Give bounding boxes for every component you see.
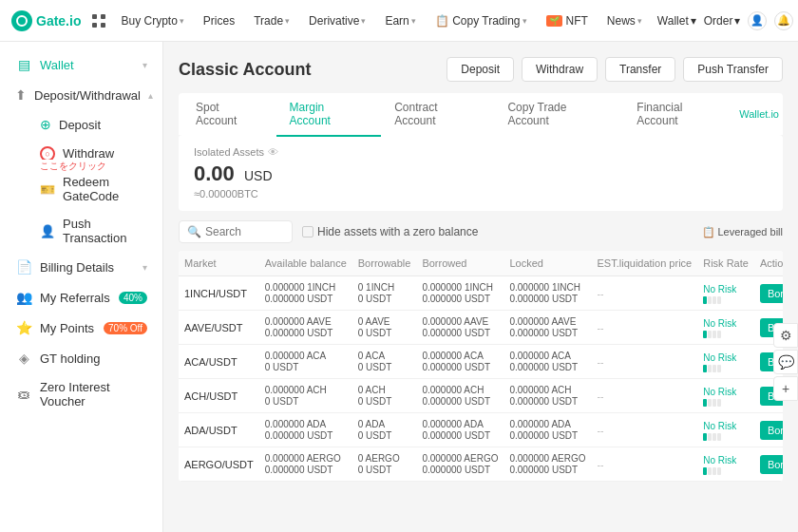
- table-body: 1INCH/USDT 0.000000 1INCH0.000000 USDT 0…: [179, 276, 783, 482]
- borrow-btn-0[interactable]: Borrow: [760, 284, 783, 303]
- page-title: Classic Account: [179, 60, 311, 80]
- click-label: ここをクリック: [40, 160, 106, 173]
- cell-risk-1: No Risk: [697, 311, 754, 345]
- logo[interactable]: Gate.io: [11, 10, 81, 31]
- points-label: My Points: [40, 321, 96, 335]
- push-transfer-button[interactable]: Push Transfer: [683, 57, 783, 82]
- col-est-liq: EST.liquidation price: [592, 251, 698, 276]
- sidebar-item-deposit-withdrawal[interactable]: ⬆ Deposit/Withdrawal ▴: [0, 80, 162, 110]
- side-settings-icon[interactable]: ⚙: [773, 323, 798, 348]
- wallet-io-link[interactable]: Wallet.io: [739, 101, 779, 127]
- main-layout: ▤ Wallet ▾ ⬆ Deposit/Withdrawal ▴ ⊕ Depo…: [0, 42, 798, 532]
- nav-copy-trading[interactable]: 📋 Copy Trading ▾: [428, 10, 535, 31]
- wallet-icon: ▤: [15, 56, 32, 73]
- bell-icon[interactable]: 🔔: [774, 11, 793, 30]
- borrow-btn-5[interactable]: Borrow: [760, 455, 783, 474]
- cell-est-liq-0: --: [592, 276, 698, 311]
- cell-borrowable-3: 0 ACH0 USDT: [352, 379, 417, 413]
- cell-risk-3: No Risk: [697, 379, 754, 413]
- sidebar-item-points[interactable]: ⭐ My Points 70% Off: [0, 313, 162, 343]
- search-input[interactable]: [205, 225, 291, 238]
- sidebar-item-wallet[interactable]: ▤ Wallet ▾: [0, 49, 162, 80]
- deposit-label: Deposit: [59, 118, 101, 132]
- sidebar-item-withdraw[interactable]: ○ Withdraw ここをクリック: [0, 139, 162, 168]
- tab-margin[interactable]: Margin Account: [276, 93, 382, 137]
- side-floating-icons: ⚙ 💬 +: [773, 323, 798, 401]
- nav-trade[interactable]: Trade ▾: [246, 10, 297, 31]
- sidebar-item-billing[interactable]: 📄 Billing Details ▾: [0, 252, 162, 282]
- search-box[interactable]: 🔍: [179, 220, 293, 243]
- borrow-btn-4[interactable]: Borrow: [760, 421, 783, 440]
- tab-contract[interactable]: Contract Account: [381, 93, 494, 137]
- leveraged-bill-btn[interactable]: 📋 Leveraged bill: [702, 226, 784, 238]
- gt-icon: ◈: [15, 350, 32, 367]
- sidebar-item-referrals[interactable]: 👥 My Referrals 40%: [0, 282, 162, 313]
- cell-market-5: AERGO/USDT: [179, 447, 259, 482]
- nav-derivative[interactable]: Derivative ▾: [301, 10, 373, 31]
- withdraw-button[interactable]: Withdraw: [522, 57, 598, 82]
- sidebar-item-push[interactable]: 👤 Push Transaction: [0, 210, 162, 252]
- sidebar-item-redeem[interactable]: 🎫 Redeem GateCode: [0, 168, 162, 210]
- push-label: Push Transaction: [63, 217, 147, 245]
- cell-locked-0: 0.000000 1INCH0.000000 USDT: [504, 276, 591, 311]
- table-wrap: Market Available balance Borrowable Borr…: [179, 251, 783, 482]
- hide-zero-toggle[interactable]: Hide assets with a zero balance: [302, 225, 478, 238]
- search-icon: 🔍: [187, 225, 201, 238]
- cell-borrowable-0: 0 1INCH0 USDT: [352, 276, 417, 311]
- table-row: ADA/USDT 0.000000 ADA0.000000 USDT 0 ADA…: [179, 413, 783, 447]
- header-buttons: Deposit Withdraw Transfer Push Transfer: [446, 57, 783, 82]
- billing-arrow: ▾: [142, 262, 147, 273]
- nav-earn[interactable]: Earn ▾: [377, 10, 423, 31]
- billing-icon: 📄: [15, 258, 32, 276]
- grid-icon[interactable]: [92, 12, 105, 29]
- redeem-label: Redeem GateCode: [63, 175, 147, 203]
- col-locked: Locked: [504, 251, 591, 276]
- cell-locked-2: 0.000000 ACA0.000000 USDT: [504, 345, 591, 379]
- user-icon[interactable]: 👤: [748, 11, 767, 30]
- cell-risk-5: No Risk: [697, 447, 754, 482]
- cell-est-liq-4: --: [592, 413, 698, 447]
- tab-financial[interactable]: Financial Account: [623, 93, 739, 137]
- svg-point-0: [17, 16, 27, 26]
- table-header: Market Available balance Borrowable Borr…: [179, 251, 783, 276]
- hide-zero-label: Hide assets with a zero balance: [317, 225, 478, 238]
- doc-icon: 📋: [702, 226, 715, 238]
- logo-icon: [11, 10, 32, 31]
- table-row: 1INCH/USDT 0.000000 1INCH0.000000 USDT 0…: [179, 276, 783, 311]
- cell-est-liq-5: --: [592, 447, 698, 482]
- wallet-arrow: ▾: [142, 60, 147, 70]
- sidebar-item-voucher[interactable]: 🎟 Zero Interest Voucher: [0, 373, 162, 415]
- cell-borrowable-1: 0 AAVE0 USDT: [352, 311, 417, 345]
- nav-news[interactable]: News ▾: [599, 10, 650, 31]
- cell-action-4: Borrow Repay Transfer: [754, 413, 783, 447]
- gt-label: GT holding: [40, 352, 147, 366]
- deposit-arrow: ▴: [148, 90, 153, 101]
- eye-icon[interactable]: 👁: [268, 146, 278, 158]
- sidebar-item-gt[interactable]: ◈ GT holding: [0, 343, 162, 373]
- side-chat-icon[interactable]: 💬: [773, 350, 798, 374]
- account-panel: Isolated Assets 👁 0.00 USD ≈0.00000BTC: [179, 135, 783, 211]
- margin-table: Market Available balance Borrowable Borr…: [179, 251, 783, 482]
- cell-borrowed-1: 0.000000 AAVE0.000000 USDT: [416, 311, 504, 345]
- tab-spot[interactable]: Spot Account: [182, 93, 276, 137]
- sidebar-item-deposit[interactable]: ⊕ Deposit: [0, 110, 162, 139]
- svg-rect-4: [101, 23, 105, 28]
- col-action: Action: [754, 251, 783, 276]
- table-row: ACH/USDT 0.000000 ACH0 USDT 0 ACH0 USDT …: [179, 379, 783, 413]
- hide-zero-checkbox[interactable]: [302, 226, 314, 238]
- side-plus-icon[interactable]: +: [773, 376, 798, 401]
- cell-borrowed-3: 0.000000 ACH0.000000 USDT: [416, 379, 504, 413]
- deposit-button[interactable]: Deposit: [446, 57, 514, 82]
- nav-order[interactable]: Order ▾: [704, 14, 741, 28]
- cell-available-2: 0.000000 ACA0 USDT: [259, 345, 352, 379]
- cell-borrowed-2: 0.000000 ACA0.000000 USDT: [416, 345, 504, 379]
- transfer-button[interactable]: Transfer: [605, 57, 675, 82]
- nav-prices[interactable]: Prices: [196, 10, 242, 31]
- cell-action-5: Borrow Repay Transfer: [754, 447, 783, 482]
- nav-wallet[interactable]: Wallet ▾: [657, 14, 696, 28]
- nav-nft[interactable]: 🌱NFT: [539, 10, 596, 31]
- nav-buy-crypto[interactable]: Buy Crypto ▾: [113, 10, 191, 31]
- cell-action-0: Borrow Repay Transfer: [754, 276, 783, 311]
- cell-available-4: 0.000000 ADA0.000000 USDT: [259, 413, 352, 447]
- tab-copy-trade[interactable]: Copy Trade Account: [494, 93, 623, 137]
